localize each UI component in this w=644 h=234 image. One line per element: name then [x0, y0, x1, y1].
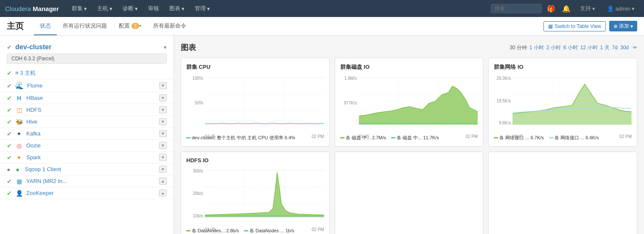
support-menu[interactable]: 支持 ▾ [576, 3, 599, 14]
bell-icon[interactable]: 🔔 [560, 5, 572, 13]
edit-icon[interactable]: ✏ [633, 45, 637, 51]
service-item-kafka[interactable]: ✔ ✦ Kafka ▾ [0, 128, 174, 140]
gift-icon[interactable]: 🎁 [545, 5, 557, 13]
zoo-icon: 👤 [15, 190, 23, 197]
hdfs-io-chart-title: HDFS IO [186, 157, 324, 164]
network-chart-container: 29.3K/s 19.5K/s 9.8K/s [494, 74, 632, 132]
nav-diag[interactable]: 诊断 ▾ [118, 3, 142, 14]
hdfs-menu-icon[interactable]: ▾ [159, 106, 167, 113]
search-input[interactable] [491, 4, 542, 13]
chevron-down-icon: ▾ [207, 6, 210, 12]
tab-config[interactable]: 配置 3 ▾ [113, 17, 147, 35]
add-button[interactable]: ⊕ 添加 ▾ [609, 21, 637, 31]
cpu-chart-title: 群集 CPU [186, 63, 324, 71]
time-current: 30 分钟 [510, 44, 527, 51]
hdfs-chart-container: 30b/s 20b/s 10b/s [186, 167, 324, 225]
host-status-icon: ✔ [7, 70, 12, 76]
main-layout: ✔ dev-cluster ▾ CDH 6.3.2 (Parcel) ✔ ≡ 3… [0, 36, 644, 234]
zoo-status-icon: ✔ [7, 190, 12, 197]
time-1d[interactable]: 1 天 [600, 44, 610, 51]
hive-status-icon: ✔ [7, 118, 12, 125]
kafka-status-icon: ✔ [7, 130, 12, 137]
config-badge: 3 [132, 23, 139, 29]
disk-io-chart-card: 群集磁盘 IO 1.9M/s 977K/s [335, 58, 484, 147]
time-30d[interactable]: 30d [620, 45, 629, 51]
chevron-down-icon: ▾ [109, 6, 112, 12]
kafka-menu-icon[interactable]: ▾ [159, 130, 167, 137]
hive-icon: 🐝 [15, 118, 23, 125]
sidebar: ✔ dev-cluster ▾ CDH 6.3.2 (Parcel) ✔ ≡ 3… [0, 36, 174, 234]
nav-cluster[interactable]: 群集 ▾ [67, 3, 91, 14]
tab-status[interactable]: 状态 [34, 17, 57, 35]
chevron-down-icon: ▾ [182, 6, 185, 12]
network-y-axis: 29.3K/s 19.5K/s 9.8K/s [494, 74, 511, 132]
yarn-label: YARN (MR2 In... [26, 178, 156, 184]
nav-host[interactable]: 主机 ▾ [93, 3, 117, 14]
service-item-hdfs[interactable]: ✔ ◫ HDFS ▾ [0, 104, 174, 116]
brand-manager: Manager [33, 5, 59, 12]
hbase-status-icon: ✔ [7, 95, 12, 101]
kafka-label: Kafka [26, 130, 156, 137]
spark-label: Spark [26, 154, 156, 161]
flume-icon: 🌊 [15, 82, 24, 90]
flume-menu-icon[interactable]: ▾ [159, 82, 167, 89]
service-item-hbase[interactable]: ✔ H HBase ▾ [0, 92, 174, 104]
spark-icon: ✦ [15, 154, 23, 161]
hdfs-io-chart-card: HDFS IO 30b/s 20b/s 10b/s [181, 152, 330, 234]
time-6h[interactable]: 6 小时 [563, 44, 578, 51]
network-io-chart-title: 群集网络 IO [494, 63, 632, 71]
time-2h[interactable]: 2 小时 [546, 44, 561, 51]
nav-audit[interactable]: 审核 [144, 3, 163, 14]
nav-admin[interactable]: 管理 ▾ [190, 3, 214, 14]
svg-marker-19 [512, 84, 632, 124]
service-item-sqoop[interactable]: ● ● Sqoop 1 Client ▾ [0, 164, 174, 175]
service-item-spark[interactable]: ✔ ✦ Spark ▾ [0, 152, 174, 164]
cluster-arrow-icon[interactable]: ▾ [164, 44, 167, 51]
service-item-zookeeper[interactable]: ✔ 👤 ZooKeeper ▴ [0, 187, 174, 199]
chevron-down-icon: ▾ [135, 6, 138, 12]
flume-status-icon: ✔ [7, 82, 12, 89]
host-label: ≡ 3 主机 [15, 69, 36, 77]
tab-issues[interactable]: 所有运行状况问题 [57, 17, 113, 35]
zoo-menu-icon[interactable]: ▴ [159, 189, 167, 197]
empty-chart-2 [335, 152, 484, 234]
user-menu[interactable]: 👤 admin ▾ [603, 4, 639, 14]
hdfs-legend-dot1 [186, 230, 190, 231]
chevron-down-icon: ▾ [630, 23, 633, 29]
hbase-label: HBase [26, 95, 156, 101]
service-item-hive[interactable]: ✔ 🐝 Hive ▾ [0, 116, 174, 128]
time-1h[interactable]: 1 小时 [529, 44, 544, 51]
tab-commands[interactable]: 所有最新命令 [147, 17, 192, 35]
hdfs-icon: ◫ [15, 107, 23, 113]
chevron-down-icon: ▾ [632, 6, 635, 12]
hive-menu-icon[interactable]: ▾ [159, 118, 167, 125]
cluster-name[interactable]: dev-cluster [15, 43, 51, 51]
nav-charts[interactable]: 图表 ▾ [165, 3, 189, 14]
service-item-flume[interactable]: ✔ 🌊 Flume ▾ [0, 79, 174, 92]
cluster-status-icon: ✔ [7, 44, 12, 51]
sqoop-menu-icon[interactable]: ▾ [159, 166, 167, 173]
time-12h[interactable]: 12 小时 [580, 44, 598, 51]
oozie-label: Oozie [26, 142, 156, 149]
table-view-button[interactable]: ▦ Switch to Table View [543, 21, 606, 31]
cpu-chart-container: 100% 50% [186, 74, 324, 132]
network-chart-inner: 01:45 02 PM [512, 74, 632, 132]
yarn-menu-icon[interactable]: ▴ [159, 178, 167, 185]
cpu-chart-inner: 01:45 02 PM [205, 74, 324, 132]
network-io-chart-card: 群集网络 IO 29.3K/s 19.5K/s 9.8K/s [488, 58, 637, 147]
host-item[interactable]: ✔ ≡ 3 主机 [0, 67, 174, 79]
cpu-legend-dot [186, 137, 190, 138]
hbase-menu-icon[interactable]: ▾ [159, 94, 167, 101]
service-item-yarn[interactable]: ✔ ▦ YARN (MR2 In... ▴ [0, 175, 174, 187]
spark-menu-icon[interactable]: ▾ [159, 154, 167, 161]
cluster-header: ✔ dev-cluster ▾ [0, 41, 174, 54]
charts-row2: HDFS IO 30b/s 20b/s 10b/s [181, 152, 637, 234]
yarn-status-icon: ✔ [7, 178, 12, 185]
service-item-oozie[interactable]: ✔ ◎ Oozie ▾ [0, 140, 174, 152]
hdfs-chart-svg [205, 167, 324, 225]
oozie-menu-icon[interactable]: ▾ [159, 142, 167, 149]
table-icon: ▦ [548, 23, 553, 29]
time-7d[interactable]: 7d [612, 45, 618, 51]
brand: Cloudera Manager [5, 5, 59, 12]
kafka-icon: ✦ [15, 130, 23, 137]
